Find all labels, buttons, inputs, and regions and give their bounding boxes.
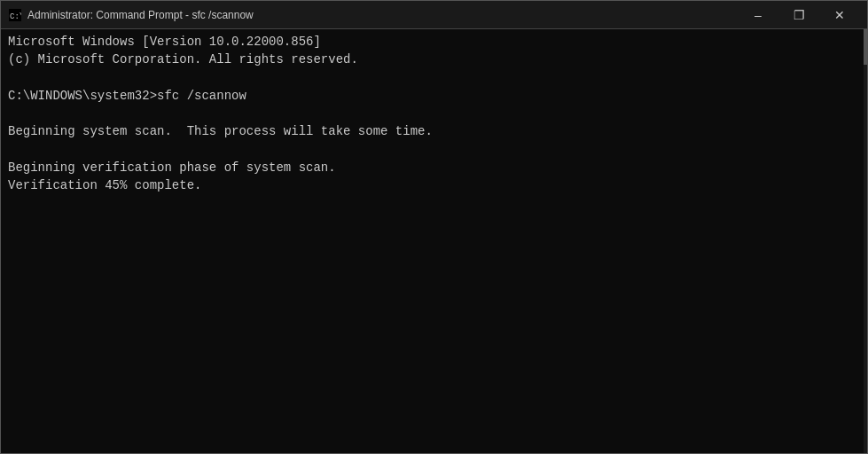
console-line: Verification 45% complete. xyxy=(8,176,860,194)
svg-text:C:\: C:\ xyxy=(10,12,21,21)
console-line: Microsoft Windows [Version 10.0.22000.85… xyxy=(8,33,860,51)
console-line: (c) Microsoft Corporation. All rights re… xyxy=(8,51,860,68)
console-output[interactable]: Microsoft Windows [Version 10.0.22000.85… xyxy=(1,29,867,453)
console-line: C:\WINDOWS\system32>sfc /scannow xyxy=(8,87,860,105)
minimize-button[interactable]: – xyxy=(738,1,778,29)
console-line: Beginning verification phase of system s… xyxy=(8,159,860,176)
title-bar-title: Administrator: Command Prompt - sfc /sca… xyxy=(27,9,254,21)
console-line xyxy=(8,105,860,122)
console-line: Beginning system scan. This process will… xyxy=(8,122,860,140)
title-bar: C:\ Administrator: Command Prompt - sfc … xyxy=(1,1,867,29)
console-line xyxy=(8,69,860,87)
close-button[interactable]: ✕ xyxy=(819,1,860,29)
cmd-icon: C:\ xyxy=(8,8,22,22)
maximize-button[interactable]: ❐ xyxy=(778,1,819,29)
command-prompt-window: C:\ Administrator: Command Prompt - sfc … xyxy=(0,0,868,454)
console-line xyxy=(8,141,860,159)
title-bar-left: C:\ Administrator: Command Prompt - sfc … xyxy=(8,8,254,22)
scrollbar-thumb[interactable] xyxy=(864,29,867,65)
scrollbar[interactable] xyxy=(864,29,867,453)
title-bar-controls: – ❐ ✕ xyxy=(738,1,860,29)
